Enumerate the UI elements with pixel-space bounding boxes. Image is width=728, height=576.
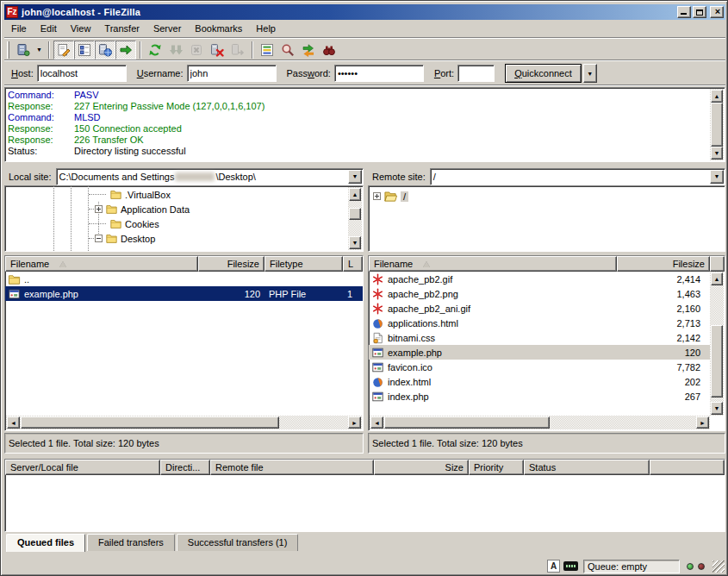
file-row[interactable]: index.html202 bbox=[369, 374, 710, 389]
remote-list-hscrollbar[interactable]: ◄ ► bbox=[370, 416, 710, 429]
file-row[interactable]: bitnami.css2,142 bbox=[369, 330, 710, 345]
column-header-direction[interactable]: Directi... bbox=[160, 460, 210, 475]
remote-file-list[interactable]: Filename Filesize apache_pb2.gif2,414 ap… bbox=[368, 255, 725, 431]
combo-dropdown-icon[interactable]: ▼ bbox=[710, 170, 724, 184]
column-header-size[interactable]: Size bbox=[374, 460, 469, 475]
file-row-selected[interactable]: example.php120 bbox=[369, 345, 710, 360]
column-header-remote-file[interactable]: Remote file bbox=[210, 460, 374, 475]
resize-grip[interactable] bbox=[712, 560, 725, 573]
refresh-button[interactable] bbox=[145, 41, 165, 59]
tree-item-cookies[interactable]: Cookies bbox=[107, 216, 159, 231]
scrollbar-thumb[interactable] bbox=[711, 103, 723, 147]
menu-server[interactable]: Server bbox=[146, 21, 188, 36]
local-directory-tree[interactable]: .VirtualBox Application Data Cookies Des… bbox=[4, 185, 364, 252]
tree-item-desktop[interactable]: Desktop bbox=[95, 231, 155, 246]
minimize-button[interactable] bbox=[677, 6, 691, 18]
scroll-up-icon[interactable]: ▲ bbox=[349, 188, 361, 201]
expand-plus-icon[interactable] bbox=[373, 192, 381, 200]
file-row[interactable]: favicon.ico7,782 bbox=[369, 360, 710, 374]
remote-directory-tree[interactable]: / bbox=[368, 185, 725, 252]
column-header-status[interactable]: Status bbox=[524, 460, 650, 475]
directory-filters-button[interactable] bbox=[257, 41, 277, 59]
scroll-up-icon[interactable]: ▲ bbox=[711, 272, 723, 285]
toggle-transfer-queue-button[interactable] bbox=[115, 41, 136, 59]
scroll-left-icon[interactable]: ◄ bbox=[370, 416, 383, 429]
file-row[interactable]: applications.html2,713 bbox=[369, 316, 710, 330]
tree-item-root[interactable]: / bbox=[373, 189, 408, 203]
remote-list-vscrollbar[interactable]: ▲ ▼ bbox=[710, 272, 724, 416]
synchronized-browsing-button[interactable] bbox=[298, 41, 319, 59]
column-header-filesize[interactable]: Filesize bbox=[198, 256, 264, 272]
file-row[interactable]: apache_pb2.gif2,414 bbox=[369, 272, 710, 286]
scrollbar-thumb[interactable] bbox=[384, 416, 550, 429]
tab-successful-transfers[interactable]: Successful transfers (1) bbox=[177, 534, 299, 551]
tree-item-virtualbox[interactable]: .VirtualBox bbox=[107, 187, 171, 202]
local-list-hscrollbar[interactable]: ◄ ► bbox=[6, 416, 362, 429]
quickconnect-button[interactable]: Quickconnect bbox=[505, 64, 582, 83]
directory-comparison-button[interactable] bbox=[277, 41, 298, 59]
message-log[interactable]: Command:PASV Response:227 Entering Passi… bbox=[4, 87, 725, 162]
transfer-queue[interactable]: Server/Local file Directi... Remote file… bbox=[4, 459, 725, 532]
scroll-up-icon[interactable]: ▲ bbox=[711, 90, 723, 103]
expand-plus-icon[interactable] bbox=[95, 205, 103, 213]
disconnect-button[interactable] bbox=[207, 41, 227, 59]
password-input[interactable] bbox=[334, 65, 424, 82]
toggle-remote-tree-button[interactable] bbox=[95, 41, 115, 59]
log-scrollbar[interactable]: ▲ ▼ bbox=[710, 89, 724, 160]
scroll-down-icon[interactable]: ▼ bbox=[711, 402, 723, 415]
reconnect-button[interactable] bbox=[227, 41, 248, 59]
close-button[interactable]: × bbox=[710, 6, 724, 18]
column-header-filename[interactable]: Filename bbox=[5, 256, 198, 272]
maximize-button[interactable] bbox=[693, 6, 706, 18]
local-file-list[interactable]: Filename Filesize Filetype L .. example.… bbox=[4, 255, 364, 431]
cancel-button[interactable] bbox=[186, 41, 207, 59]
menu-bookmarks[interactable]: Bookmarks bbox=[188, 21, 249, 36]
collapse-minus-icon[interactable] bbox=[95, 235, 103, 242]
menu-file[interactable]: File bbox=[4, 21, 34, 36]
process-queue-button[interactable] bbox=[165, 41, 186, 59]
username-input[interactable] bbox=[187, 65, 277, 82]
scrollbar-thumb[interactable] bbox=[21, 416, 279, 429]
toggle-local-tree-button[interactable] bbox=[74, 41, 95, 59]
file-row-example-php[interactable]: example.php 120 PHP File 1 bbox=[5, 286, 363, 301]
port-input[interactable] bbox=[457, 65, 495, 82]
menu-help[interactable]: Help bbox=[249, 21, 283, 36]
local-site-combo[interactable]: C:\Documents and Settings\Desktop\ ▼ bbox=[56, 168, 364, 185]
scroll-down-icon[interactable]: ▼ bbox=[349, 236, 361, 249]
tree-item-application-data[interactable]: Application Data bbox=[95, 202, 190, 216]
tab-queued-files[interactable]: Queued files bbox=[6, 534, 85, 552]
speed-limit-icon[interactable] bbox=[563, 561, 578, 571]
site-manager-button[interactable] bbox=[13, 41, 34, 59]
remote-site-combo[interactable]: / ▼ bbox=[430, 168, 725, 185]
file-row[interactable]: apache_pb2.png1,463 bbox=[369, 286, 710, 301]
scroll-right-icon[interactable]: ► bbox=[348, 416, 361, 429]
column-header-filename[interactable]: Filename bbox=[369, 256, 617, 272]
ascii-datatype-icon[interactable]: A bbox=[547, 560, 560, 573]
menu-transfer[interactable]: Transfer bbox=[97, 21, 146, 36]
combo-dropdown-icon[interactable]: ▼ bbox=[348, 170, 362, 184]
file-row-parent-dir[interactable]: .. bbox=[5, 272, 363, 286]
menu-view[interactable]: View bbox=[64, 21, 98, 36]
scrollbar-thumb[interactable] bbox=[711, 325, 723, 398]
toggle-message-log-button[interactable] bbox=[53, 41, 74, 59]
column-header-priority[interactable]: Priority bbox=[469, 460, 524, 475]
menu-edit[interactable]: Edit bbox=[34, 21, 64, 36]
find-files-button[interactable] bbox=[319, 41, 339, 59]
column-header-server-local-file[interactable]: Server/Local file bbox=[5, 460, 160, 475]
scrollbar-thumb[interactable] bbox=[349, 208, 361, 220]
column-header-modified[interactable]: L bbox=[343, 256, 363, 272]
site-manager-dropdown[interactable]: ▼ bbox=[34, 41, 45, 59]
host-input[interactable] bbox=[37, 65, 127, 82]
quickconnect-dropdown[interactable]: ▼ bbox=[583, 64, 597, 83]
scroll-down-icon[interactable]: ▼ bbox=[711, 147, 723, 160]
file-row[interactable]: apache_pb2_ani.gif2,160 bbox=[369, 301, 710, 316]
titlebar[interactable]: Fz john@localhost - FileZilla × bbox=[4, 4, 725, 20]
scroll-right-icon[interactable]: ► bbox=[696, 416, 709, 429]
column-header-filesize[interactable]: Filesize bbox=[617, 256, 710, 272]
local-tree-scrollbar[interactable]: ▲ ▼ bbox=[348, 187, 362, 250]
column-header-filetype[interactable]: Filetype bbox=[264, 256, 343, 272]
tab-failed-transfers[interactable]: Failed transfers bbox=[87, 534, 175, 551]
file-row[interactable]: index.php267 bbox=[369, 389, 710, 404]
scroll-left-icon[interactable]: ◄ bbox=[7, 416, 20, 429]
toolbar-grip[interactable] bbox=[7, 41, 9, 59]
